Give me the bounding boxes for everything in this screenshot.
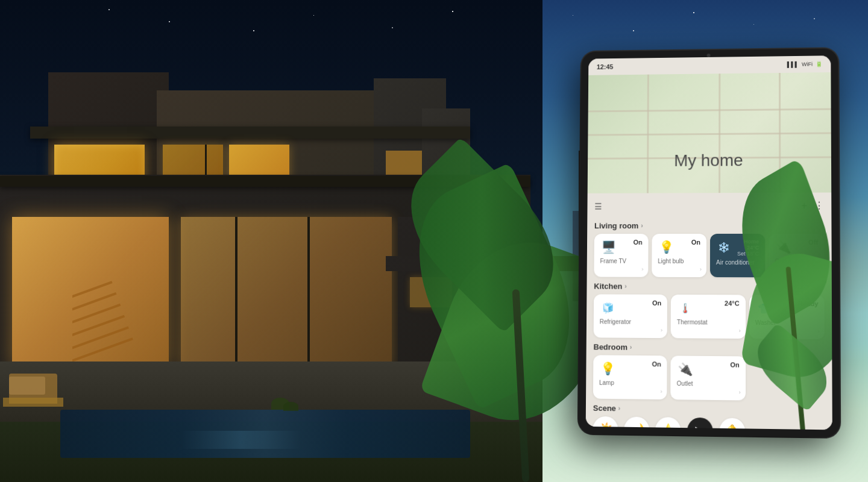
star [814, 18, 815, 19]
tablet-screen: 12:45 ▌▌▌ WiFi 🔋 My home ☰ [586, 55, 832, 430]
tablet-device: 12:45 ▌▌▌ WiFi 🔋 My home ☰ [579, 48, 840, 437]
device-card-lightbulb[interactable]: 💡 On Light bulb › [652, 234, 706, 277]
fridge-chevron: › [661, 327, 662, 333]
living-room-grid: 🖥️ On Frame TV › 💡 On Light bulb › [594, 234, 824, 278]
section-header-scene[interactable]: Scene › [593, 404, 825, 416]
wifi-icon: WiFi [802, 61, 813, 67]
menu-icon[interactable]: ☰ [594, 201, 602, 211]
thermostat-icon: 🌡️ [677, 299, 694, 316]
fridge-name: Refrigerator [600, 318, 661, 325]
star [753, 24, 754, 25]
status-icons: ▌▌▌ WiFi 🔋 [787, 61, 822, 67]
device-card-lamp[interactable]: 💡 On Lamp › [593, 355, 667, 399]
device-card-ac[interactable]: ❄️ Home 24°C Set 18°C Air conditioner › [710, 234, 765, 277]
chevron-kitchen: › [624, 283, 626, 290]
scene-night-icon-bg: 🌙 [624, 417, 649, 430]
home-title: My home [588, 150, 831, 171]
controls-area: ☰ + ⋮ Living room › 🖥️ On [586, 193, 832, 430]
scene-good-night[interactable]: 🌙 Goodnight [624, 417, 649, 430]
more-icon[interactable]: ⋮ [814, 200, 824, 211]
chevron-living-room: › [641, 222, 643, 229]
scene-movie[interactable]: ▶ Movie time [687, 418, 713, 430]
outlet-bed-chevron: › [739, 389, 741, 395]
outlet-lr-name: Outlet [775, 258, 818, 264]
star [573, 15, 573, 16]
scene-good-morning[interactable]: ☀️ Goodmorning [593, 416, 618, 430]
washer-icon: 👕 [755, 300, 772, 317]
thermostat-status: 24°C [725, 299, 740, 307]
lightbulb-chevron: › [700, 266, 702, 272]
outlet-bed-icon: 🔌 [677, 361, 694, 378]
tv-name: Frame TV [600, 258, 642, 264]
outlet-lr-icon: 🔌 [775, 239, 791, 255]
thermostat-name: Thermostat [677, 319, 740, 326]
section-scene: Scene › ☀️ Goodmorning 🌙 Goodnight ⭐ Par… [593, 404, 825, 430]
lamp-icon: 💡 [599, 360, 616, 377]
scene-grid: ☀️ Goodmorning 🌙 Goodnight ⭐ Party ▶ Mov… [593, 416, 825, 430]
thermostat-chevron: › [739, 328, 741, 334]
device-card-fridge[interactable]: 🧊 On Refrigerator › [594, 294, 668, 338]
battery-icon: 🔋 [816, 61, 822, 67]
ac-status-home: Home 24°C [732, 239, 759, 251]
section-bedroom: Bedroom › 💡 On Lamp › [593, 342, 825, 401]
scene-party[interactable]: ⭐ Party [655, 417, 681, 430]
ac-icon: ❄️ [716, 239, 732, 255]
tv-status: On [634, 239, 643, 246]
ac-chevron: › [758, 266, 760, 272]
outlet-lr-status: Off [808, 239, 818, 246]
star [693, 12, 694, 13]
fridge-status: On [652, 299, 661, 307]
section-living-room: Living room › 🖥️ On Frame TV › [594, 221, 824, 278]
scene-movie-icon-bg: ▶ [687, 418, 712, 430]
fridge-icon: 🧊 [600, 299, 617, 316]
status-bar: 12:45 ▌▌▌ WiFi 🔋 [588, 55, 831, 75]
lamp-status: On [652, 360, 661, 368]
scene-morning-icon-bg: ☀️ [593, 416, 618, 430]
scene-party-icon-bg: ⭐ [655, 417, 681, 430]
lightbulb-name: Light bulb [658, 258, 700, 264]
washer-chevron: › [818, 328, 820, 334]
add-icon[interactable]: + [801, 200, 807, 211]
device-card-washer[interactable]: 👕 Ready Washer › [749, 295, 825, 339]
top-bar: ☰ + ⋮ [594, 198, 824, 217]
bedroom-grid: 💡 On Lamp › 🔌 On Outlet › [593, 355, 825, 401]
device-card-outlet-bed[interactable]: 🔌 On Outlet › [671, 355, 746, 400]
ac-status-set: Set 18°C [732, 251, 759, 257]
section-kitchen: Kitchen › 🧊 On Refrigerator › [594, 282, 825, 339]
outlet-bed-name: Outlet [677, 380, 740, 387]
outlet-lr-chevron: › [817, 266, 819, 272]
section-header-living-room[interactable]: Living room › [594, 221, 824, 230]
outlet-bed-status: On [730, 361, 739, 368]
device-card-outlet-lr[interactable]: 🔌 Off Outlet › [769, 234, 824, 278]
lamp-name: Lamp [599, 380, 661, 387]
washer-name: Washer [755, 319, 819, 327]
scene-cleaning-icon-bg: 🔔 [719, 418, 745, 430]
lightbulb-status: On [691, 239, 700, 246]
chevron-bedroom: › [630, 344, 632, 351]
washer-status: Ready [798, 300, 819, 307]
lamp-chevron: › [661, 389, 662, 395]
chevron-scene: › [618, 405, 620, 412]
lightbulb-icon: 💡 [658, 239, 675, 255]
header-map: My home [588, 72, 832, 193]
kitchen-grid: 🧊 On Refrigerator › 🌡️ 24°C Thermostat [594, 294, 825, 339]
tv-icon: 🖥️ [600, 239, 617, 255]
house-scene [0, 0, 542, 482]
top-bar-right: + ⋮ [801, 200, 824, 211]
status-time: 12:45 [597, 63, 614, 70]
star [633, 30, 634, 31]
section-header-bedroom[interactable]: Bedroom › [593, 342, 825, 353]
signal-icon: ▌▌▌ [787, 61, 799, 67]
device-card-tv[interactable]: 🖥️ On Frame TV › [594, 234, 648, 277]
device-card-thermostat[interactable]: 🌡️ 24°C Thermostat › [671, 295, 746, 339]
ac-name: Air conditioner [716, 259, 759, 266]
section-header-kitchen[interactable]: Kitchen › [594, 282, 824, 292]
tv-chevron: › [641, 266, 643, 272]
scene-cleaning[interactable]: 🔔 Cleaning [719, 418, 745, 430]
